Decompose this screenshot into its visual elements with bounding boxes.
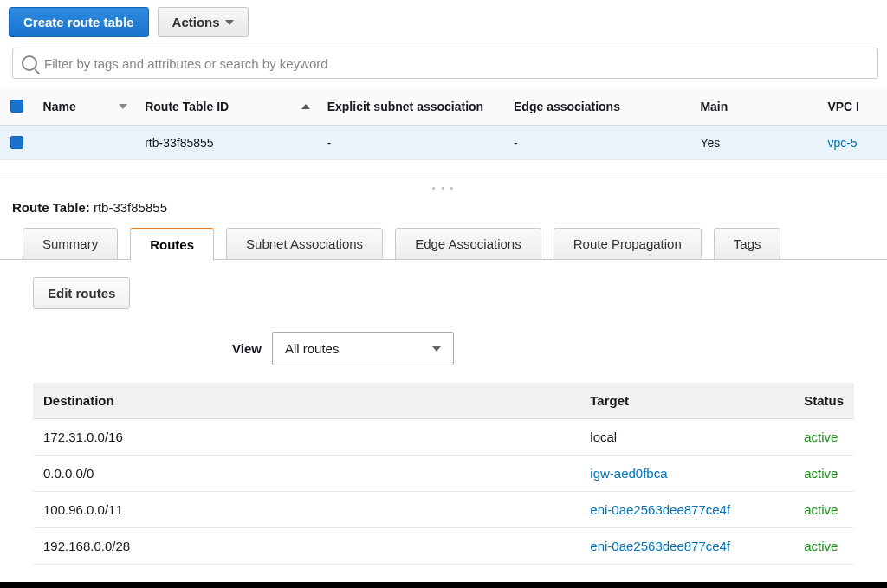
detail-label: Route Table: — [12, 200, 90, 215]
sort-up-icon — [301, 104, 310, 109]
header-vpc[interactable]: VPC I — [819, 100, 887, 113]
header-edge[interactable]: Edge associations — [505, 100, 691, 113]
actions-button[interactable]: Actions — [158, 7, 249, 37]
edit-routes-button[interactable]: Edit routes — [33, 277, 130, 309]
search-icon — [22, 55, 37, 71]
routes-row: 100.96.0.0/11eni-0ae2563dee877ce4factive — [33, 492, 854, 528]
route-destination: 0.0.0.0/0 — [33, 456, 579, 492]
route-destination: 192.168.0.0/28 — [33, 528, 579, 565]
routes-table: Destination Target Status 172.31.0.0/16l… — [33, 383, 854, 565]
row-checkbox-cell[interactable] — [0, 136, 35, 149]
detail-title: Route Table: rtb-33f85855 — [0, 195, 887, 227]
row-vpc-link[interactable]: vpc-5 — [819, 136, 887, 150]
tabbar: Summary Routes Subnet Associations Edge … — [0, 227, 887, 260]
col-status[interactable]: Status — [793, 383, 854, 419]
chevron-down-icon — [225, 20, 234, 25]
header-main[interactable]: Main — [691, 100, 819, 113]
actions-button-label: Actions — [172, 15, 220, 29]
route-status: active — [793, 528, 854, 565]
detail-id: rtb-33f85855 — [94, 200, 167, 215]
view-label: View — [232, 341, 262, 356]
select-all-checkbox[interactable] — [10, 100, 23, 113]
tab-edge-associations[interactable]: Edge Associations — [395, 228, 541, 260]
col-target[interactable]: Target — [579, 383, 793, 419]
bottom-bar — [0, 582, 887, 588]
routes-row: 172.31.0.0/16localactive — [33, 419, 854, 456]
routes-row: 192.168.0.0/28eni-0ae2563dee877ce4factiv… — [33, 528, 854, 565]
header-name[interactable]: Name — [35, 100, 137, 113]
search-input[interactable] — [44, 56, 869, 71]
row-explicit: - — [319, 136, 505, 150]
route-status: active — [793, 456, 854, 492]
route-destination: 172.31.0.0/16 — [33, 419, 579, 456]
header-rtid-label: Route Table ID — [145, 100, 229, 113]
row-checkbox[interactable] — [10, 136, 23, 149]
tab-tags[interactable]: Tags — [714, 228, 781, 260]
tab-routes[interactable]: Routes — [130, 228, 214, 261]
route-destination: 100.96.0.0/11 — [33, 492, 579, 528]
tab-subnet-associations[interactable]: Subnet Associations — [226, 228, 383, 260]
header-explicit[interactable]: Explicit subnet association — [319, 100, 505, 113]
view-select[interactable]: All routes — [272, 332, 454, 365]
header-checkbox-cell[interactable] — [0, 100, 35, 113]
tab-summary[interactable]: Summary — [23, 228, 118, 260]
col-destination[interactable]: Destination — [33, 383, 579, 419]
row-main: Yes — [691, 136, 819, 150]
row-rtid: rtb-33f85855 — [136, 136, 318, 150]
search-bar[interactable] — [12, 48, 878, 79]
route-target[interactable]: eni-0ae2563dee877ce4f — [579, 492, 793, 528]
toolbar: Create route table Actions — [0, 0, 887, 44]
route-target[interactable]: igw-aed0fbca — [579, 456, 793, 492]
header-name-label: Name — [43, 100, 76, 113]
view-select-value: All routes — [285, 341, 340, 356]
view-row: View All routes — [33, 332, 854, 365]
routes-panel: Edit routes View All routes Destination … — [0, 260, 887, 582]
route-target[interactable]: eni-0ae2563dee877ce4f — [579, 528, 793, 565]
row-edge: - — [505, 136, 691, 150]
routes-row: 0.0.0.0/0igw-aed0fbcaactive — [33, 456, 854, 492]
chevron-down-icon — [432, 346, 441, 352]
table-row[interactable]: rtb-33f85855 - - Yes vpc-5 — [0, 126, 887, 160]
sort-down-icon — [119, 104, 127, 109]
header-route-table-id[interactable]: Route Table ID — [136, 100, 318, 113]
tab-route-propagation[interactable]: Route Propagation — [554, 228, 702, 260]
resize-handle[interactable]: • • • — [0, 178, 887, 195]
route-status: active — [793, 419, 854, 456]
grid-header: Name Route Table ID Explicit subnet asso… — [0, 87, 887, 126]
create-route-table-button[interactable]: Create route table — [9, 7, 149, 37]
route-status: active — [793, 492, 854, 528]
route-target: local — [579, 419, 793, 456]
